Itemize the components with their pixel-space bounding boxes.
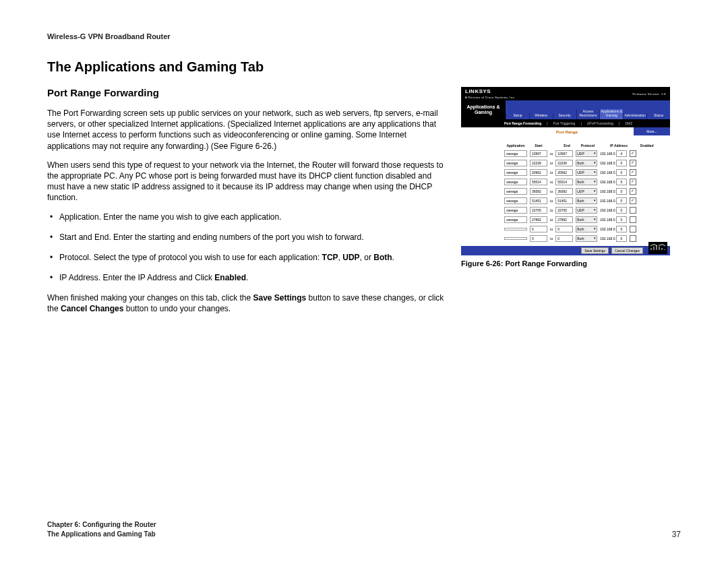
ip-octet-input[interactable]: 4 <box>616 150 627 157</box>
app-input[interactable]: sawaga <box>504 207 527 214</box>
start-input[interactable]: 39392 <box>530 188 547 195</box>
protocol-select[interactable]: UDP <box>576 207 597 214</box>
end-input[interactable]: 39392 <box>555 188 573 195</box>
table-row: sawaga20962to20962UDP192.168.0.0 <box>504 169 663 176</box>
protocol-select[interactable]: Both <box>576 197 597 204</box>
tab-status[interactable]: Status <box>646 113 670 119</box>
protocol-select[interactable]: Both <box>576 160 597 166</box>
enabled-checkbox[interactable] <box>630 160 636 166</box>
cancel-changes-button[interactable]: Cancel Changes <box>611 247 643 254</box>
to-label: to <box>550 189 553 193</box>
app-input[interactable]: sawaga <box>504 169 527 176</box>
tab-access-restrictions[interactable]: Access Restrictions <box>576 109 600 119</box>
protocol-udp: UDP <box>342 253 359 262</box>
ip-octet-input[interactable]: 0 <box>616 235 627 242</box>
enabled-checkbox[interactable] <box>630 226 636 232</box>
save-settings-button[interactable]: Save Settings <box>581 247 609 254</box>
save-settings-label: Save Settings <box>253 293 307 303</box>
ip-octet-input[interactable]: 0 <box>616 226 627 232</box>
ip-octet-input[interactable]: 0 <box>616 207 627 214</box>
start-input[interactable]: 51451 <box>530 197 547 204</box>
subnav-port-range-forwarding[interactable]: Port Range Forwarding <box>504 121 541 125</box>
ip-cell: 192.168.0.0 <box>600 160 627 166</box>
table-row: sawaga55014to55014Both192.168.0.5 <box>504 179 663 185</box>
subnav-upnp-forwarding[interactable]: UPnP Forwarding <box>587 121 613 125</box>
enabled-checkbox[interactable] <box>630 235 636 242</box>
app-input[interactable] <box>504 237 527 240</box>
ip-octet-input[interactable]: 0 <box>616 160 627 166</box>
enabled-checkbox[interactable] <box>630 197 636 204</box>
col-header-proto: Protocol <box>578 144 597 148</box>
bullet-protocol: Protocol. Select the type of protocol yo… <box>59 252 445 263</box>
end-input[interactable]: 20962 <box>555 169 573 176</box>
enabled-checkbox[interactable] <box>630 150 636 157</box>
protocol-select[interactable]: Both <box>576 226 597 232</box>
tab-setup[interactable]: Setup <box>506 113 529 119</box>
protocol-select[interactable]: Both <box>576 216 597 223</box>
protocol-select[interactable]: UDP <box>576 150 597 157</box>
ip-octet-input[interactable]: 0 <box>616 197 627 204</box>
app-input[interactable] <box>504 228 527 230</box>
table-row: sawaga10997to10997UDP192.168.0.4 <box>504 150 663 157</box>
enabled-label: Enabled <box>214 273 246 282</box>
end-input[interactable]: 27892 <box>555 216 573 223</box>
ip-cell: 192.168.0.0 <box>600 216 627 223</box>
app-input[interactable]: sawaga <box>504 150 527 157</box>
protocol-select[interactable]: Both <box>576 179 597 185</box>
start-input[interactable]: 22705 <box>530 207 547 214</box>
tab-administration[interactable]: Administration <box>623 113 646 119</box>
end-input[interactable]: 0 <box>555 226 573 232</box>
protocol-select[interactable]: Both <box>576 235 597 242</box>
paragraph-2: When users send this type of request to … <box>47 160 445 204</box>
tab-wireless[interactable]: Wireless <box>529 113 553 119</box>
start-input[interactable]: 22239 <box>530 160 547 166</box>
tab-security[interactable]: Security <box>553 113 576 119</box>
subnav-port-triggering[interactable]: Port Triggering <box>553 121 576 125</box>
enabled-checkbox[interactable] <box>630 216 636 223</box>
tab-applications-gaming[interactable]: Applications & Gaming <box>599 109 623 119</box>
bullet-protocol-text: Protocol. Select the type of protocol yo… <box>59 253 322 262</box>
figure-screenshot: LINKSYS A Division of Cisco Systems, Inc… <box>461 87 670 268</box>
figure-caption: Figure 6-26: Port Range Forwarding <box>461 259 670 268</box>
col-header-end: End <box>558 144 576 148</box>
end-input[interactable]: 51451 <box>555 197 573 204</box>
table-row: 0to0Both192.168.0.0 <box>504 226 663 232</box>
enabled-checkbox[interactable] <box>630 207 636 214</box>
start-input[interactable]: 27892 <box>530 216 547 223</box>
protocol-select[interactable]: UDP <box>576 169 597 176</box>
ip-cell: 192.168.0.0 <box>600 235 627 242</box>
ip-cell: 192.168.0.0 <box>600 169 627 176</box>
section-title: The Applications and Gaming Tab <box>47 59 681 75</box>
ip-octet-input[interactable]: 0 <box>616 169 627 176</box>
end-input[interactable]: 10997 <box>555 150 573 157</box>
start-input[interactable]: 20962 <box>530 169 547 176</box>
enabled-checkbox[interactable] <box>630 188 636 195</box>
table-row: sawaga22239to22239Both192.168.0.0 <box>504 160 663 166</box>
protocol-select[interactable]: UDP <box>576 188 597 195</box>
protocol-tcp: TCP <box>322 253 338 262</box>
app-input[interactable]: sawaga <box>504 179 527 185</box>
end-input[interactable]: 0 <box>555 235 573 242</box>
ip-octet-input[interactable]: 0 <box>616 188 627 195</box>
start-input[interactable]: 0 <box>530 226 547 232</box>
app-input[interactable]: sawaga <box>504 188 527 195</box>
ip-cell: 192.168.0.0 <box>600 207 627 214</box>
app-input[interactable]: sawaga <box>504 197 527 204</box>
end-input[interactable]: 55014 <box>555 179 573 185</box>
start-input[interactable]: 10997 <box>530 150 547 157</box>
protocol-both: Both <box>373 253 392 262</box>
app-input[interactable]: sawaga <box>504 216 527 223</box>
more-link[interactable]: More... <box>634 127 670 135</box>
subnav-dmz[interactable]: DMZ <box>625 121 632 125</box>
enabled-checkbox[interactable] <box>630 169 636 176</box>
ip-octet-input[interactable]: 5 <box>616 179 627 185</box>
app-input[interactable]: sawaga <box>504 160 527 166</box>
bullet-application: Application. Enter the name you wish to … <box>59 212 445 222</box>
start-input[interactable]: 55014 <box>530 179 547 185</box>
start-input[interactable]: 0 <box>530 235 547 242</box>
end-input[interactable]: 22705 <box>555 207 573 214</box>
page-number: 37 <box>672 530 681 539</box>
ip-octet-input[interactable]: 0 <box>616 216 627 223</box>
enabled-checkbox[interactable] <box>630 179 636 185</box>
end-input[interactable]: 22239 <box>555 160 573 166</box>
